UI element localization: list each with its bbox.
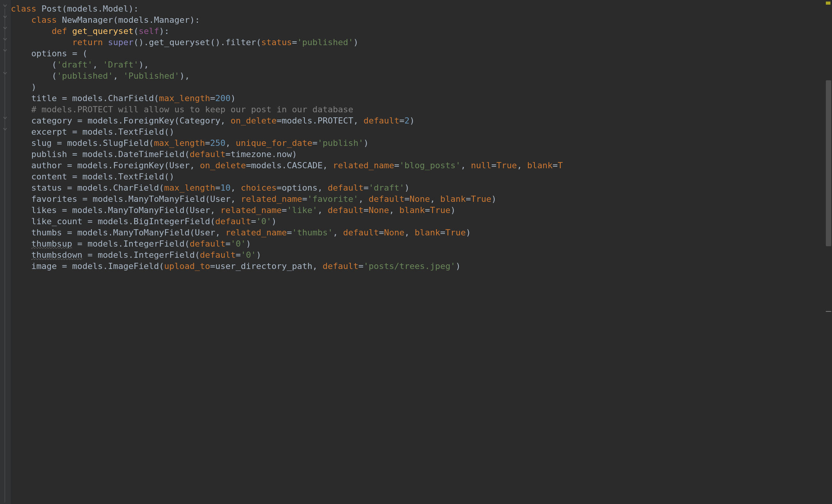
fold-toggle-icon[interactable] (2, 25, 8, 31)
fold-toggle-icon[interactable] (2, 14, 8, 20)
code-line[interactable]: thumbsdown = models.IntegerField(default… (11, 249, 832, 260)
code-line[interactable]: thumbsup = models.IntegerField(default='… (11, 238, 832, 249)
editor-gutter (0, 0, 11, 504)
code-line[interactable]: return super().get_queryset().filter(sta… (11, 37, 832, 48)
code-line[interactable]: slug = models.SlugField(max_length=250, … (11, 137, 832, 149)
fold-toggle-icon[interactable] (2, 3, 8, 8)
code-line[interactable]: status = models.CharField(max_length=10,… (11, 182, 832, 193)
code-line[interactable]: ('draft', 'Draft'), (11, 59, 832, 70)
code-editor-content[interactable]: class Post(models.Model): class NewManag… (11, 3, 832, 272)
fold-toggle-icon[interactable] (2, 48, 8, 53)
scrollbar-track[interactable] (826, 0, 831, 504)
fold-toggle-icon[interactable] (2, 37, 8, 42)
warning-marker[interactable] (826, 2, 830, 5)
code-line[interactable]: author = models.ForeignKey(User, on_dele… (11, 160, 832, 171)
fold-toggle-icon[interactable] (2, 115, 8, 121)
code-line[interactable]: thumbs = models.ManyToManyField(User, re… (11, 227, 832, 238)
code-marker (826, 311, 831, 312)
code-line[interactable]: ('published', 'Published'), (11, 70, 832, 81)
scrollbar-thumb[interactable] (826, 80, 831, 246)
code-line[interactable]: like_count = models.BigIntegerField(defa… (11, 216, 832, 227)
code-line[interactable]: def get_queryset(self): (11, 25, 832, 37)
fold-toggle-icon[interactable] (2, 127, 8, 132)
code-line[interactable]: # models.PROTECT will allow us to keep o… (11, 104, 832, 115)
code-line[interactable]: options = ( (11, 48, 832, 59)
code-line[interactable]: publish = models.DateTimeField(default=t… (11, 149, 832, 160)
code-line[interactable]: likes = models.ManyToManyField(User, rel… (11, 205, 832, 216)
fold-toggle-icon[interactable] (2, 71, 8, 76)
fold-guide-line (5, 8, 5, 502)
code-line[interactable]: title = models.CharField(max_length=200) (11, 93, 832, 104)
code-line[interactable]: class Post(models.Model): (11, 3, 832, 14)
code-line[interactable]: category = models.ForeignKey(Category, o… (11, 115, 832, 126)
code-line[interactable]: class NewManager(models.Manager): (11, 14, 832, 25)
code-line[interactable]: favorites = models.ManyToManyField(User,… (11, 193, 832, 205)
code-line[interactable]: ) (11, 81, 832, 93)
code-line[interactable]: image = models.ImageField(upload_to=user… (11, 260, 832, 272)
code-line[interactable]: excerpt = models.TextField() (11, 126, 832, 137)
code-line[interactable]: content = models.TextField() (11, 171, 832, 182)
